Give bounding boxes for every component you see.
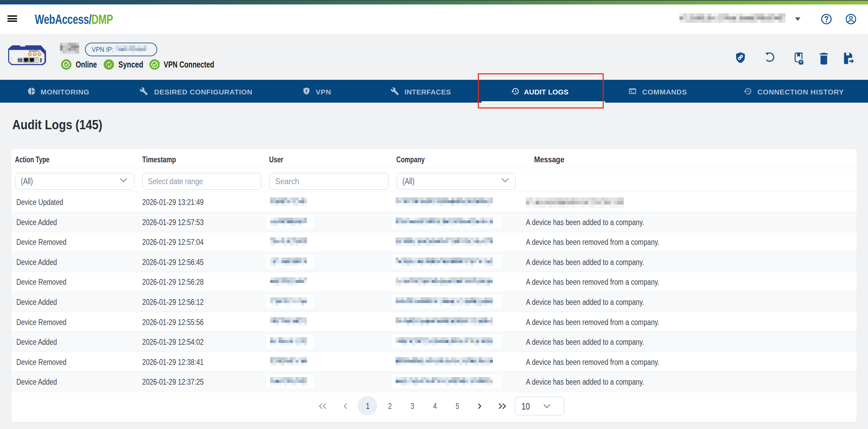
svg-text:SmartFlex: SmartFlex: [29, 50, 40, 52]
